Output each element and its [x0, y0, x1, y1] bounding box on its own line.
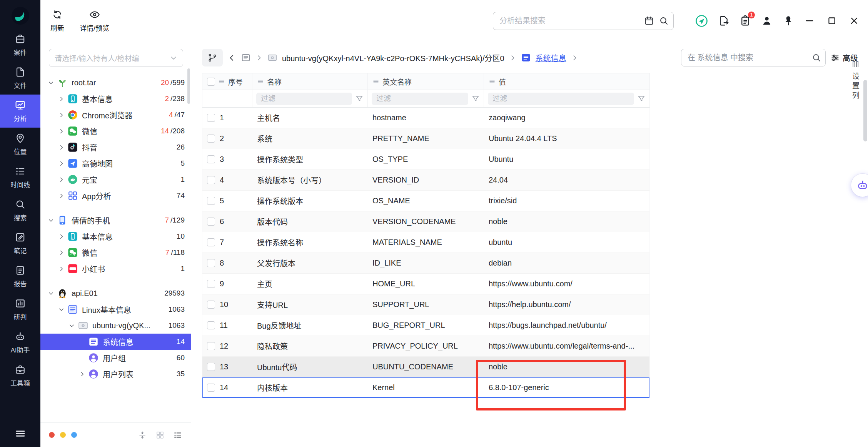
tree-item[interactable]: ubuntu-vg(yQK...1063: [40, 317, 191, 334]
rail-item-analysis[interactable]: 分析: [0, 95, 40, 128]
column-header-en[interactable]: 英文名称: [382, 76, 412, 87]
search-icon[interactable]: [659, 16, 669, 26]
tree-item[interactable]: 元宝1: [40, 171, 191, 188]
list-view-icon[interactable]: [173, 430, 182, 440]
tree-item[interactable]: 基本信息10: [40, 228, 191, 244]
column-header-no[interactable]: 序号: [228, 76, 243, 87]
tree-item[interactable]: 倩倩的手机7/129: [40, 212, 191, 228]
select-all-checkbox[interactable]: [207, 78, 215, 86]
search-icon[interactable]: [811, 53, 821, 63]
table-row[interactable]: 8父发行版本ID_LIKEdebian: [202, 253, 649, 274]
rail-item-toolbox[interactable]: 工具箱: [0, 359, 40, 392]
tree-item[interactable]: 用户列表35: [40, 366, 191, 382]
user-icon[interactable]: [761, 15, 773, 27]
rail-item-file[interactable]: 文件: [0, 61, 40, 95]
chevron-right-icon[interactable]: [571, 54, 578, 61]
table-row[interactable]: 12隐私政策PRIVACY_POLICY_URLhttps://www.ubun…: [202, 336, 649, 357]
column-header-value[interactable]: 值: [499, 76, 506, 87]
back-icon[interactable]: [227, 53, 236, 62]
scrollbar-track[interactable]: [863, 80, 867, 443]
tree-view-button[interactable]: [202, 49, 223, 66]
send-icon[interactable]: [695, 15, 708, 27]
row-checkbox[interactable]: [207, 384, 215, 392]
chevron-down-icon[interactable]: [67, 322, 77, 329]
chevron-right-icon[interactable]: [56, 192, 67, 199]
filter-name-input[interactable]: [256, 93, 352, 105]
rail-item-case[interactable]: 案件: [0, 28, 40, 61]
rail-item-report[interactable]: 报告: [0, 260, 40, 293]
refresh-button[interactable]: 刷新: [50, 9, 64, 33]
chevron-right-icon[interactable]: [56, 176, 67, 183]
tree-item[interactable]: 高德地图5: [40, 155, 191, 171]
chevron-down-icon[interactable]: [46, 216, 56, 224]
column-drag-icon[interactable]: [372, 78, 379, 85]
row-checkbox[interactable]: [207, 321, 215, 329]
tree-item[interactable]: Linux基本信息1063: [40, 301, 191, 317]
task-list-button[interactable]: 1: [739, 15, 751, 27]
rail-item-ai[interactable]: AI助手: [0, 326, 40, 359]
filter-en-input[interactable]: [372, 93, 468, 105]
tree-item[interactable]: 微信7/118: [40, 244, 191, 261]
tree-item[interactable]: Chrome浏览器4/47: [40, 107, 191, 123]
chevron-right-icon[interactable]: [56, 143, 67, 151]
row-checkbox[interactable]: [207, 259, 215, 267]
tree-item[interactable]: 微信14/208: [40, 123, 191, 139]
chevron-right-icon[interactable]: [56, 95, 67, 103]
chevron-right-icon[interactable]: [56, 265, 67, 273]
minimize-button[interactable]: [804, 15, 815, 26]
chevron-down-icon[interactable]: [56, 306, 67, 313]
tree-item[interactable]: App分析74: [40, 188, 191, 204]
filter-funnel-icon[interactable]: [471, 95, 480, 103]
column-drag-icon[interactable]: [489, 78, 496, 85]
analysis-search-input[interactable]: [499, 17, 639, 25]
row-checkbox[interactable]: [207, 301, 215, 309]
row-checkbox[interactable]: [207, 280, 215, 288]
row-checkbox[interactable]: [207, 155, 215, 163]
column-header-name[interactable]: 名称: [267, 76, 282, 87]
rail-item-timeline[interactable]: 时间线: [0, 161, 40, 194]
row-checkbox[interactable]: [207, 197, 215, 205]
chevron-right-icon[interactable]: [56, 233, 67, 240]
filter-funnel-icon[interactable]: [637, 95, 646, 103]
tree-item[interactable]: 基本信息2/238: [40, 91, 191, 107]
tree-item[interactable]: 抖音26: [40, 139, 191, 155]
pin-icon[interactable]: [783, 15, 794, 27]
status-dot-red[interactable]: [49, 432, 55, 438]
breadcrumb-path[interactable]: ubuntu-vg(yQKxyl-n4VL-YA9k-c2Po-rOKS-7MH…: [282, 52, 504, 63]
filter-value-input[interactable]: [488, 93, 634, 105]
table-row[interactable]: 1主机名hostnamezaoqiwang: [202, 108, 649, 128]
chevron-right-icon[interactable]: [56, 127, 67, 135]
table-row[interactable]: 2系统PRETTY_NAMEUbuntu 24.04.4 LTS: [202, 128, 649, 149]
tree-item[interactable]: 小红书1: [40, 261, 191, 277]
rail-item-notes[interactable]: 笔记: [0, 227, 40, 260]
table-row[interactable]: 11Bug反馈地址BUG_REPORT_URLhttps://bugs.laun…: [202, 315, 649, 336]
filter-funnel-icon[interactable]: [355, 95, 364, 103]
rail-item-location[interactable]: 位置: [0, 128, 40, 161]
table-search-input[interactable]: [688, 53, 808, 62]
table-row[interactable]: 9主页HOME_URLhttps://www.ubuntu.com/: [202, 274, 649, 294]
chevron-right-icon[interactable]: [77, 370, 87, 378]
rail-item-research[interactable]: 研判: [0, 293, 40, 326]
tree-item[interactable]: 用户组60: [40, 350, 191, 366]
chevron-right-icon[interactable]: [56, 249, 67, 256]
status-dot-yellow[interactable]: [60, 432, 66, 438]
table-row[interactable]: 14内核版本Kernel6.8.0-107-generic: [202, 377, 649, 398]
holder-filter-select[interactable]: 请选择/输入持有人/检材编: [49, 49, 183, 67]
row-checkbox[interactable]: [207, 342, 215, 350]
table-row[interactable]: 7操作系统名称MATERIALS_NAMEubuntu: [202, 232, 649, 253]
chevron-right-icon[interactable]: [56, 111, 67, 119]
export-icon[interactable]: [718, 15, 729, 27]
ai-assistant-button[interactable]: [851, 174, 868, 197]
close-button[interactable]: [849, 15, 860, 26]
table-row[interactable]: 4系统版本号（小写）VERSION_ID24.04: [202, 170, 649, 191]
table-row[interactable]: 3操作系统类型OS_TYPEUbuntu: [202, 149, 649, 170]
row-checkbox[interactable]: [207, 218, 215, 226]
scrollbar-thumb[interactable]: [863, 80, 867, 141]
row-checkbox[interactable]: [207, 363, 215, 371]
tree-item[interactable]: api.E0129593: [40, 285, 191, 301]
hamburger-menu-icon[interactable]: [15, 428, 26, 439]
calendar-icon[interactable]: [644, 16, 654, 26]
chevron-down-icon[interactable]: [46, 79, 56, 86]
row-checkbox[interactable]: [207, 238, 215, 246]
table-row[interactable]: 6版本代码VERSION_CODENAMEnoble: [202, 211, 649, 232]
